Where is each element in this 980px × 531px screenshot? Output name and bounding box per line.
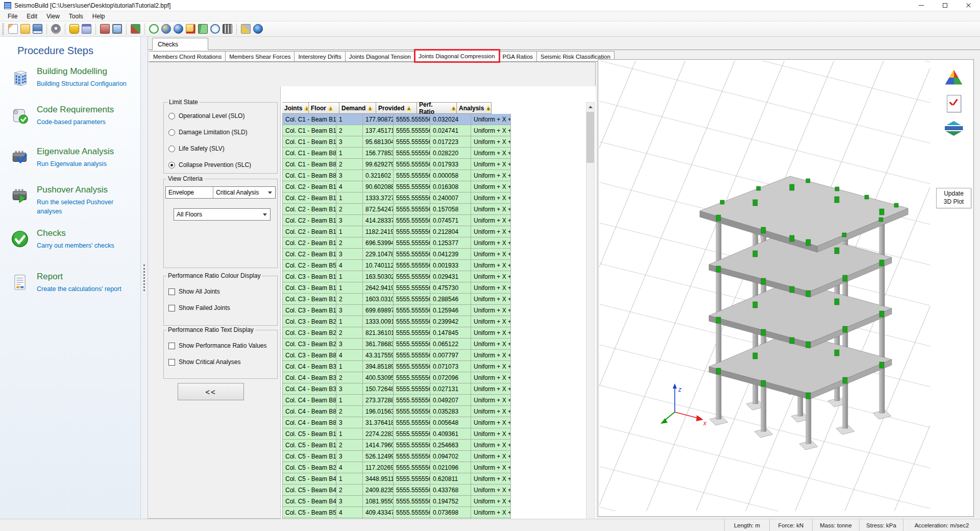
table-row[interactable]: Col. C3 - Beam B1 1 163.50302 5555.55555… <box>282 271 511 282</box>
show-performance-values-checkbox[interactable]: Show Performance Ratio Values <box>168 342 267 349</box>
sidebar-item-report[interactable]: Report Create the calculations' report <box>0 272 141 307</box>
table-row[interactable]: Col. C1 - Beam B8 2 99.629279 5555.55555… <box>282 159 511 170</box>
globe-light-icon[interactable] <box>161 24 171 34</box>
table-row[interactable]: Col. C5 - Beam B4 - 1 3448.9511 5555.555… <box>282 473 511 485</box>
table-row[interactable]: Col. C5 - Beam B5 - 4 409.43347 5555.555… <box>282 507 511 518</box>
viewer-3d-panel[interactable]: z x Update 3D Plot <box>598 59 974 517</box>
globe-dark-icon[interactable] <box>174 24 183 34</box>
menu-item[interactable]: View <box>42 12 64 21</box>
show-critical-analyses-checkbox[interactable]: Show Critical Analyses <box>168 358 240 366</box>
toolbar-separator[interactable] <box>46 23 47 35</box>
subtab[interactable]: PGA Ratios <box>499 51 537 62</box>
settings-icon[interactable] <box>51 24 61 34</box>
column-header[interactable]: Analysis 6 <box>457 102 492 114</box>
minimize-button[interactable] <box>910 0 933 11</box>
sidebar-item-code-requirements[interactable]: Code Requirements Code-based parameters <box>0 105 141 140</box>
toolbar-separator[interactable] <box>95 23 96 35</box>
table-scrollbar[interactable] <box>586 102 595 531</box>
limit-state-radio-1[interactable]: Operational Level (SLO) <box>168 112 244 119</box>
show-all-joints-checkbox[interactable]: Show All Joints <box>168 288 220 295</box>
table-row[interactable]: Col. C3 - Beam B13 1 2642.9419 5555.5555… <box>282 282 511 294</box>
table-row[interactable]: Col. C1 - Beam B1 3 95.681304 5555.55555… <box>282 136 511 148</box>
subtab[interactable]: Joints Diagonal Tension <box>346 51 415 62</box>
table-row[interactable]: Col. C3 - Beam B2 1 1333.0091 5555.55555… <box>282 316 511 327</box>
menu-item[interactable]: Help <box>88 12 110 21</box>
tab-checks[interactable]: Checks <box>152 38 208 50</box>
column-header[interactable]: Demand 3 <box>339 102 376 114</box>
table-row[interactable]: Col. C4 - Beam B3 2 400.53095 5555.55555… <box>282 372 511 383</box>
new-project-icon[interactable] <box>8 24 18 34</box>
column-header[interactable]: Joints 1 <box>282 102 309 114</box>
subtab[interactable]: Members Chord Rotations <box>150 51 226 62</box>
subtab[interactable]: Joints Diagonal Compression <box>415 50 499 62</box>
update-3d-plot-button[interactable]: Update 3D Plot <box>936 188 971 208</box>
table-row[interactable]: Col. C3 - Beam B2 3 361.78683 5555.55555… <box>282 339 511 350</box>
column-header[interactable]: Provided 4 <box>376 102 417 114</box>
table-row[interactable]: Col. C5 - Beam B4 - 3 1081.9550 5555.555… <box>282 496 511 507</box>
toolbar-separator[interactable] <box>236 23 237 35</box>
import-folder-icon[interactable] <box>186 24 195 34</box>
table-row[interactable]: Col. C4 - Beam B8 - 1 273.37288 5555.555… <box>282 395 511 406</box>
table-row[interactable]: Col. C3 - Beam B13 2 1603.0310 5555.5555… <box>282 294 511 305</box>
table-row[interactable]: Col. C1 - Beam B1 2 137.45171 5555.55555… <box>282 125 511 136</box>
save-project-icon[interactable] <box>33 24 42 34</box>
toolbar-separator[interactable] <box>65 23 65 35</box>
floors-dropdown[interactable]: All Floors <box>174 208 271 221</box>
checks-list-icon[interactable] <box>947 95 961 112</box>
table-row[interactable]: Col. C5 - Beam B10 2 1414.7960 5555.5555… <box>282 440 511 451</box>
table-row[interactable]: Col. C2 - Beam B1 4 90.602088 5555.55555… <box>282 181 511 192</box>
open-project-icon[interactable] <box>20 24 30 34</box>
display-icon[interactable] <box>112 24 122 34</box>
table-row[interactable]: Col. C5 - Beam B2 4 117.20269 5555.55555… <box>282 462 511 473</box>
zoom-icon[interactable] <box>210 24 220 34</box>
menu-item[interactable]: File <box>3 12 22 21</box>
collapse-panel-button[interactable]: << <box>178 383 244 400</box>
plot-3d-icon[interactable] <box>945 69 963 86</box>
table-row[interactable]: Col. C2 - Beam B1 - 1 1333.3727 5555.555… <box>282 192 511 204</box>
table-row[interactable]: Col. C3 - Beam B8 4 43.317559 5555.55555… <box>282 350 511 361</box>
table-row[interactable]: Col. C1 - Beam B1 1 177.90872 5555.55555… <box>282 114 511 125</box>
limit-state-radio-3[interactable]: Life Safety (SLV) <box>168 145 225 152</box>
table-row[interactable]: Col. C4 - Beam B3 1 394.85189 5555.55555… <box>282 361 511 372</box>
animation-icon[interactable] <box>223 24 232 34</box>
table-row[interactable]: Col. C2 - Beam B1 - 3 414.28337 5555.555… <box>282 215 511 226</box>
table-row[interactable]: Col. C2 - Beam B10 3 229.10478 5555.5555… <box>282 249 511 260</box>
limit-state-radio-4[interactable]: Collapse Prevention (SLC) <box>168 161 251 168</box>
table-row[interactable]: Col. C3 - Beam B13 3 699.69897 5555.5555… <box>282 305 511 316</box>
scroll-up-arrow[interactable] <box>586 103 594 111</box>
column-header[interactable]: Floor 2 <box>309 102 339 114</box>
sidebar-item-building-modelling[interactable]: Building Modelling Building Structural C… <box>0 66 141 102</box>
toolbar-separator[interactable] <box>144 23 145 35</box>
table-row[interactable]: Col. C2 - Beam B10 2 696.53994 5555.5555… <box>282 237 511 249</box>
critical-analysis-value[interactable]: Critical Analysis <box>213 187 275 198</box>
subtab[interactable]: Members Shear Forces <box>226 51 295 62</box>
table-row[interactable]: Col. C2 - Beam B10 1 1182.2419 5555.5555… <box>282 226 511 237</box>
sidebar-item-checks[interactable]: Checks Carry out members' checks <box>0 228 141 264</box>
table-row[interactable]: Col. C4 - Beam B3 3 150.72648 5555.55555… <box>282 383 511 395</box>
library-icon[interactable] <box>198 24 208 34</box>
table-row[interactable]: Col. C4 - Beam B8 - 2 196.01563 5555.555… <box>282 406 511 417</box>
table-row[interactable]: Col. C5 - Beam B10 1 2274.2283 5555.5555… <box>282 428 511 440</box>
table-row[interactable]: Col. C1 - Beam B8 3 0.321602 5555.555556… <box>282 170 511 181</box>
table-row[interactable]: Col. C5 - Beam B10 3 526.12499 5555.5555… <box>282 451 511 462</box>
table-row[interactable]: Col. C1 - Beam B8 1 156.77853 5555.55555… <box>282 148 511 159</box>
table-row[interactable]: Col. C4 - Beam B8 - 3 31.376418 5555.555… <box>282 417 511 428</box>
layers-icon[interactable] <box>945 121 963 138</box>
save-view-icon[interactable] <box>82 24 91 34</box>
table-row[interactable]: Col. C5 - Beam B4 - 2 2409.8235 5555.555… <box>282 485 511 496</box>
envelope-value[interactable]: Envelope <box>166 187 213 198</box>
close-button[interactable] <box>957 0 980 11</box>
maximize-button[interactable] <box>933 0 957 11</box>
column-header[interactable]: Perf. Ratio 5 <box>417 102 457 114</box>
toolbar-separator[interactable] <box>126 23 127 35</box>
table-row[interactable]: Col. C2 - Beam B1 - 2 872.54247 5555.555… <box>282 204 511 215</box>
paint-icon[interactable] <box>131 24 140 34</box>
subtab[interactable]: Interstorey Drifts <box>295 51 345 62</box>
web-icon[interactable] <box>253 24 263 34</box>
show-failed-joints-checkbox[interactable]: Show Failed Joints <box>168 304 230 311</box>
help-icon[interactable] <box>149 24 159 34</box>
limit-state-radio-2[interactable]: Damage Limitation (SLD) <box>168 129 248 136</box>
table-row[interactable]: Col. C3 - Beam B2 2 821.36101 5555.55555… <box>282 327 511 339</box>
modify-icon[interactable] <box>100 24 110 34</box>
sidebar-splitter[interactable] <box>141 37 148 519</box>
